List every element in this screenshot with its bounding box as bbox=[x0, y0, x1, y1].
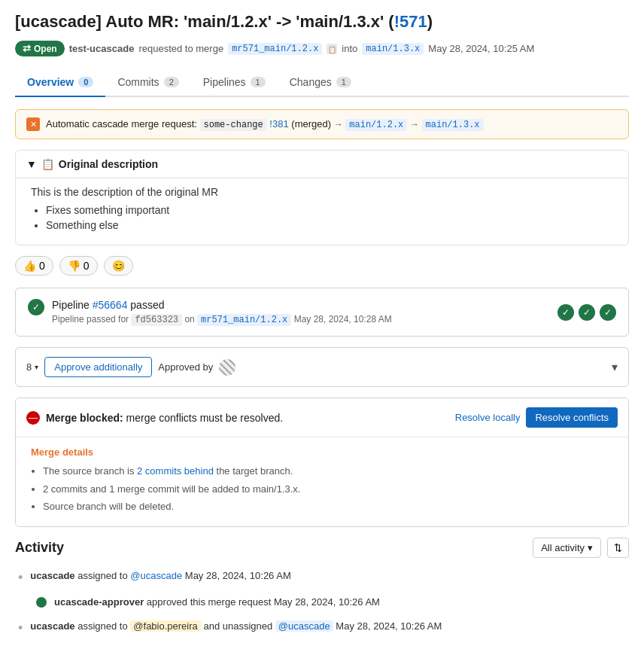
approve-additionally-button[interactable]: Approve additionally bbox=[44, 357, 152, 377]
activity-header: Activity All activity ▾ ⇅ bbox=[15, 538, 629, 558]
mention-link[interactable]: @ucascade bbox=[130, 570, 182, 581]
resolve-locally-button[interactable]: Resolve locally bbox=[455, 412, 521, 423]
tab-changes[interactable]: Changes 1 bbox=[278, 69, 363, 97]
pipeline-id-link[interactable]: #56664 bbox=[93, 299, 128, 311]
approvals-count: 8 ▾ bbox=[26, 361, 38, 373]
approve-chevron-button[interactable]: ▾ bbox=[612, 360, 618, 374]
reactions-row: 👍 0 👎 0 😊 bbox=[15, 256, 629, 276]
cascade-icon: ✕ bbox=[26, 117, 40, 131]
activity-list: • ucascade assigned to @ucascade May 28,… bbox=[15, 568, 629, 637]
tab-overview[interactable]: Overview 0 bbox=[15, 69, 105, 97]
author: test-ucascade bbox=[69, 43, 135, 54]
tabs-nav: Overview 0 Commits 2 Pipelines 1 Changes… bbox=[15, 69, 629, 97]
mention-link-2[interactable]: @ucascade bbox=[275, 620, 333, 632]
cascade-mr-ref[interactable]: !381 bbox=[269, 118, 288, 129]
status-badge: Open bbox=[15, 41, 65, 56]
activity-filter-select[interactable]: All activity ▾ bbox=[533, 538, 601, 558]
approve-row: 8 ▾ Approve additionally Approved by ▾ bbox=[15, 347, 629, 387]
pipeline-commit: fd563323 bbox=[131, 314, 182, 326]
chevron-down-icon: ▾ bbox=[35, 363, 38, 371]
resolve-conflicts-button[interactable]: Resolve conflicts bbox=[526, 407, 618, 428]
merge-details: Merge details The source branch is 2 com… bbox=[16, 437, 628, 526]
merge-blocked-card: — Merge blocked: merge conflicts must be… bbox=[15, 398, 629, 527]
original-description-toggle[interactable]: ▼ 📋 Original description bbox=[16, 151, 628, 178]
thumbs-down-button[interactable]: 👎 0 bbox=[59, 256, 98, 276]
chevron-down-icon: ▾ bbox=[588, 542, 593, 553]
pipeline-branch: mr571_main/1.2.x bbox=[197, 314, 291, 326]
source-branch: mr571_main/1.2.x bbox=[228, 43, 322, 55]
tab-commits[interactable]: Commits 2 bbox=[105, 69, 190, 97]
list-item: • ucascade assigned to @fabio.pereira an… bbox=[15, 619, 629, 636]
blocked-icon: — bbox=[26, 411, 40, 425]
target-branch: main/1.3.x bbox=[362, 43, 424, 55]
pipeline-check-2: ✓ bbox=[579, 304, 595, 321]
original-description: ▼ 📋 Original description This is the des… bbox=[15, 150, 629, 245]
page-title: [ucascade] Auto MR: 'main/1.2.x' -> 'mai… bbox=[15, 12, 629, 32]
bullet-icon: • bbox=[18, 620, 23, 636]
original-description-body: This is the description of the original … bbox=[16, 178, 628, 245]
pipeline-check-icons: ✓ ✓ ✓ bbox=[557, 304, 616, 321]
commits-behind-link[interactable]: 2 commits behind bbox=[137, 465, 214, 477]
avatar bbox=[219, 359, 235, 376]
bullet-icon: • bbox=[18, 570, 23, 586]
list-item: • ucascade assigned to @ucascade May 28,… bbox=[15, 568, 629, 586]
list-item: ucascade-approver approved this merge re… bbox=[15, 595, 629, 611]
emoji-picker-button[interactable]: 😊 bbox=[104, 256, 133, 276]
pipeline-status-icon: ✓ bbox=[28, 299, 44, 315]
activity-title: Activity bbox=[15, 540, 64, 556]
thumbs-up-button[interactable]: 👍 0 bbox=[15, 256, 53, 276]
pipeline-card: ✓ Pipeline #56664 passed Pipeline passed… bbox=[15, 288, 629, 337]
pipeline-check-1: ✓ bbox=[557, 304, 574, 321]
approved-by-label: Approved by bbox=[158, 361, 213, 373]
cascade-tag: some-change bbox=[200, 119, 267, 131]
mention-link[interactable]: @fabio.pereira bbox=[130, 620, 200, 632]
cascade-banner: ✕ Automatic cascade merge request: some-… bbox=[15, 109, 629, 139]
svg-text:📋: 📋 bbox=[328, 45, 337, 54]
merge-blocked-text: Merge blocked: merge conflicts must be r… bbox=[46, 412, 283, 424]
pipeline-check-3: ✓ bbox=[600, 304, 616, 321]
tab-pipelines[interactable]: Pipelines 1 bbox=[191, 69, 278, 97]
activity-dot-icon bbox=[36, 597, 47, 608]
meta-row: Open test-ucascade requested to merge mr… bbox=[15, 41, 629, 56]
activity-sort-button[interactable]: ⇅ bbox=[607, 538, 629, 558]
